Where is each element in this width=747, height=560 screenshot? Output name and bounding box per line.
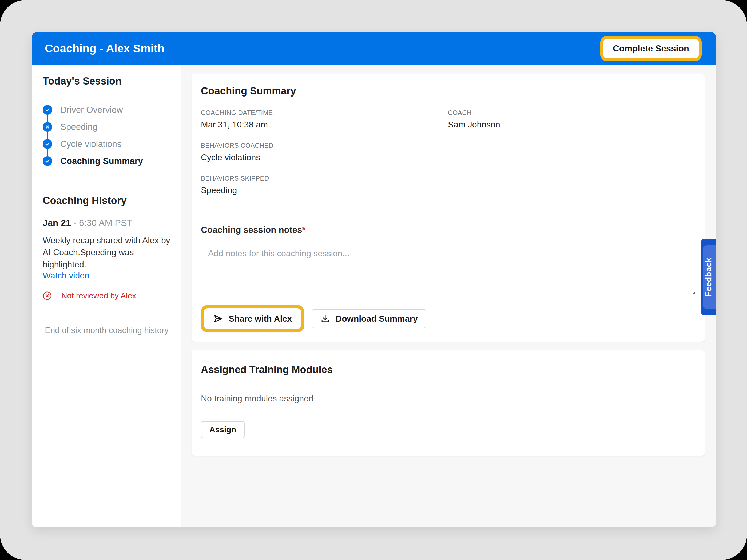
field-coaching-datetime: COACHING DATE/TIME Mar 31, 10:38 am (201, 109, 448, 130)
share-with-alex-button[interactable]: Share with Alex (205, 310, 300, 328)
field-label: BEHAVIORS COACHED (201, 142, 448, 149)
todays-session-heading: Today's Session (43, 76, 171, 87)
step-label: Driver Overview (60, 105, 123, 115)
top-bar: Coaching - Alex Smith Complete Session (32, 32, 716, 65)
step-label: Speeding (60, 122, 97, 132)
step-driver-overview[interactable]: Driver Overview (43, 101, 171, 118)
required-asterisk: * (302, 225, 306, 235)
field-label: COACH (448, 109, 696, 116)
review-status: Not reviewed by Alex (43, 291, 171, 300)
sidebar-divider (43, 182, 171, 182)
history-entry-meta: Jan 21 · 6:30 AM PST (43, 218, 171, 228)
feedback-tab[interactable]: Feedback (701, 239, 716, 316)
step-coaching-summary[interactable]: Coaching Summary (43, 153, 171, 169)
history-end-note: End of six month coaching history (43, 326, 171, 335)
session-step-list: Driver Overview Speeding Cycle violation… (43, 101, 171, 169)
notes-label: Coaching session notes* (201, 225, 696, 235)
assign-button[interactable]: Assign (201, 421, 244, 438)
feedback-tab-label: Feedback (704, 258, 713, 296)
check-circle-icon (43, 139, 52, 149)
field-value: Speeding (201, 185, 448, 195)
training-modules-heading: Assigned Training Modules (201, 364, 696, 375)
field-value: Mar 31, 10:38 am (201, 120, 448, 130)
field-value: Sam Johnson (448, 120, 696, 130)
download-summary-button[interactable]: Download Summary (312, 309, 426, 328)
field-value: Cycle violations (201, 153, 448, 162)
x-circle-outline-icon (43, 291, 52, 300)
coaching-summary-heading: Coaching Summary (201, 85, 696, 97)
app-window: Coaching - Alex Smith Complete Session T… (32, 32, 716, 527)
card-divider (201, 211, 696, 211)
history-entry-time: 6:30 AM PST (79, 218, 132, 228)
x-circle-icon (43, 122, 52, 132)
check-circle-icon (43, 156, 52, 166)
training-modules-card: Assigned Training Modules No training mo… (191, 350, 705, 456)
summary-actions: Share with Alex Download Summary (201, 309, 696, 328)
check-circle-icon (43, 105, 52, 115)
field-behaviors-coached: BEHAVIORS COACHED Cycle violations (201, 142, 448, 162)
field-label: COACHING DATE/TIME (201, 109, 448, 116)
history-entry-description: Weekly recap shared with Alex by AI Coac… (43, 234, 171, 271)
main-content: Coaching Summary COACHING DATE/TIME Mar … (181, 65, 716, 527)
field-label: BEHAVIORS SKIPPED (201, 175, 448, 182)
history-entry: Jan 21 · 6:30 AM PST Weekly recap shared… (43, 218, 171, 300)
step-cycle-violations[interactable]: Cycle violations (43, 135, 171, 153)
sidebar: Today's Session Driver Overview Speeding (32, 65, 181, 527)
step-label: Cycle violations (60, 139, 121, 149)
history-entry-date: Jan 21 (43, 218, 71, 228)
page-background: Coaching - Alex Smith Complete Session T… (0, 0, 747, 560)
step-speeding[interactable]: Speeding (43, 118, 171, 135)
coaching-summary-card: Coaching Summary COACHING DATE/TIME Mar … (191, 74, 705, 342)
send-icon (213, 314, 223, 324)
field-behaviors-skipped: BEHAVIORS SKIPPED Speeding (201, 175, 448, 195)
meta-separator: · (73, 218, 76, 228)
session-notes-textarea[interactable] (201, 242, 696, 294)
sidebar-divider (43, 313, 171, 313)
review-status-text: Not reviewed by Alex (61, 291, 136, 300)
download-icon (320, 314, 330, 324)
page-title: Coaching - Alex Smith (45, 42, 164, 55)
step-label: Coaching Summary (60, 156, 143, 166)
summary-fields: COACHING DATE/TIME Mar 31, 10:38 am COAC… (201, 97, 696, 195)
coaching-history-heading: Coaching History (43, 195, 171, 206)
watch-video-link[interactable]: Watch video (43, 271, 89, 281)
complete-session-button[interactable]: Complete Session (603, 39, 699, 58)
no-modules-text: No training modules assigned (201, 394, 696, 403)
field-coach: COACH Sam Johnson (448, 109, 696, 130)
